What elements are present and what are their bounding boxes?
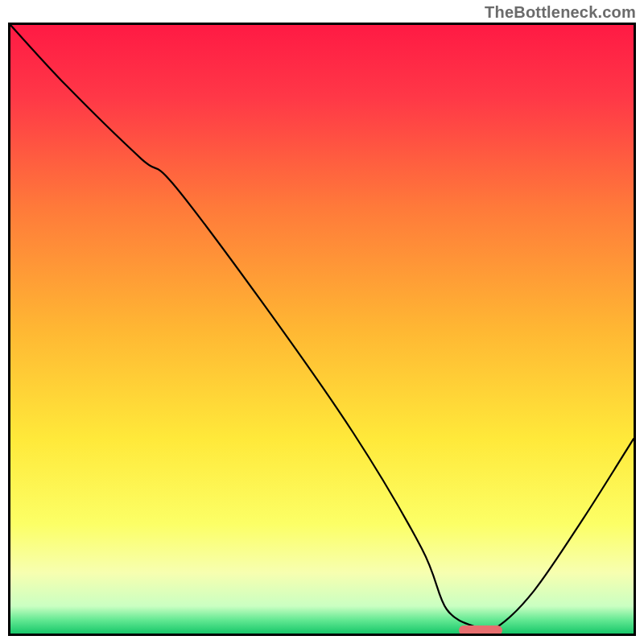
curve-layer <box>10 25 634 634</box>
bottleneck-curve <box>10 25 634 631</box>
plot-frame <box>8 23 636 636</box>
optimal-range-marker <box>459 625 502 635</box>
chart-container: TheBottleneck.com <box>0 0 644 644</box>
watermark-text: TheBottleneck.com <box>485 3 636 22</box>
